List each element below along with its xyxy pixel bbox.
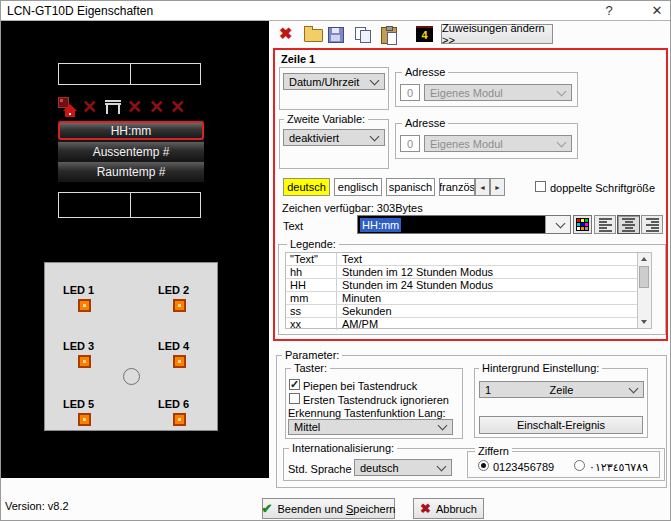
save-and-exit-button[interactable]: ✔ Beenden und Speichern — [262, 498, 395, 519]
text-combobox[interactable]: HH:mm — [357, 215, 571, 234]
save-icon[interactable] — [328, 27, 344, 43]
version-label: Version: v8.2 — [5, 500, 69, 512]
palette-icon — [576, 218, 589, 231]
beep-checkbox[interactable] — [289, 379, 300, 390]
home-icon[interactable] — [63, 104, 77, 118]
cancel-button-label: Abbruch — [436, 503, 477, 515]
variable1-value: Datum/Uhrzeit — [289, 76, 359, 88]
chars-available-label: Zeichen verfügbar: 303Bytes — [282, 202, 423, 214]
check-icon: ✔ — [262, 501, 273, 516]
text-field[interactable]: HH:mm — [358, 216, 545, 233]
std-language-select[interactable]: deutsch — [354, 459, 452, 476]
adresse2-label: Adresse — [402, 118, 448, 129]
adresse2-module-select[interactable]: Eigenes Modul — [424, 135, 572, 152]
cancel-button[interactable]: ✖ Abbruch — [413, 498, 484, 519]
scroll-thumb[interactable] — [639, 266, 649, 288]
long-press-label: Erkennung Tastenfunktion Lang: — [288, 407, 446, 419]
legende-title: Legende: — [287, 239, 339, 250]
ignore-first-checkbox[interactable] — [289, 393, 300, 404]
align-left-icon — [599, 218, 612, 232]
cross-icon[interactable]: ✕ — [82, 98, 97, 117]
preview-line-selected[interactable]: HH:mm — [58, 121, 204, 140]
text-dropdown-button[interactable] — [545, 216, 570, 233]
adresse1-module-select[interactable]: Eigenes Modul — [424, 84, 572, 101]
chevron-down-icon — [556, 218, 566, 228]
scroll-up-button[interactable] — [638, 253, 650, 265]
zweite-variable-label: Zweite Variable: — [284, 114, 368, 125]
taster-title: Taster: — [291, 363, 330, 374]
chevron-down-icon — [370, 131, 380, 141]
scroll-down-button[interactable] — [638, 316, 650, 328]
preview-bottom-buttons — [58, 192, 201, 218]
led-indicator[interactable] — [78, 355, 91, 368]
center-hole — [123, 368, 140, 385]
digits-radio-arabic[interactable] — [574, 460, 585, 471]
digits-latin-label: 0123456789 — [493, 461, 554, 473]
align-right-button[interactable] — [641, 215, 663, 234]
legend-row[interactable]: xxAM/PM — [286, 318, 637, 330]
preview-line[interactable]: Raumtemp # — [58, 162, 204, 181]
cross-icon[interactable]: ✕ — [170, 98, 185, 117]
led-label: LED 5 — [63, 398, 94, 410]
variable2-select[interactable]: deaktiviert — [283, 129, 385, 146]
legend-row[interactable]: hhStunden im 12 Stunden Modus — [286, 266, 637, 279]
ignore-first-label: Ersten Tastendruck ignorieren — [303, 394, 449, 406]
display-page-icon[interactable]: 4 — [416, 26, 433, 42]
lcn-gt10d-properties-dialog: LCN-GT10D Eigenschaften ? ✕ ✕ ✕ ✕ ✕ HH:m… — [0, 0, 671, 521]
tab-franzoesisch[interactable]: französ — [439, 178, 475, 196]
legend-row[interactable]: HHStunden im 24 Stunden Modus — [286, 279, 637, 292]
titlebar: LCN-GT10D Eigenschaften ? ✕ — [1, 1, 670, 21]
led-indicator[interactable] — [78, 299, 91, 312]
beep-label: Piepen bei Tastendruck — [303, 380, 417, 392]
text-color-button[interactable] — [573, 215, 592, 234]
power-on-event-button[interactable]: Einschalt-Ereignis — [479, 416, 643, 434]
led-indicator[interactable] — [173, 355, 186, 368]
digits-radio-latin[interactable] — [478, 460, 489, 471]
legend-scrollbar[interactable] — [637, 253, 651, 328]
tab-englisch[interactable]: englisch — [334, 178, 382, 196]
paste-icon[interactable] — [381, 27, 397, 44]
tab-scroll-left-button[interactable]: ◄ — [475, 178, 490, 196]
cross-icon[interactable]: ✕ — [149, 98, 164, 117]
led-indicator[interactable] — [173, 299, 186, 312]
window-title: LCN-GT10D Eigenschaften — [7, 4, 153, 18]
adresse1-id-field[interactable]: 0 — [400, 84, 420, 101]
display-lines: HH:mm Aussentemp # Raumtemp # — [58, 120, 204, 182]
legend-table: "Text"Text hhStunden im 12 Stunden Modus… — [285, 252, 652, 329]
legend-row[interactable]: ssSekunden — [286, 305, 637, 318]
preview-line[interactable]: Aussentemp # — [58, 142, 204, 161]
led-label: LED 1 — [63, 284, 94, 296]
legend-row[interactable]: "Text"Text — [286, 253, 637, 266]
close-button[interactable]: ✕ — [647, 2, 667, 19]
legend-row[interactable]: mmMinuten — [286, 292, 637, 305]
cancel-x-icon: ✖ — [420, 501, 431, 516]
chevron-down-icon — [437, 461, 447, 471]
text-value-selected: HH:mm — [360, 218, 401, 232]
copy-icon[interactable] — [355, 27, 371, 42]
chevron-down-icon — [557, 137, 567, 147]
led-indicator[interactable] — [78, 413, 91, 426]
align-center-icon — [622, 218, 635, 232]
digits-arabic-label: ٠١٢٣٤٥٦٧٨٩ — [589, 461, 648, 474]
tab-spanisch[interactable]: spanisch — [386, 178, 435, 196]
led-label: LED 4 — [158, 340, 189, 352]
cross-icon[interactable]: ✕ — [127, 98, 142, 117]
table-icon[interactable] — [105, 100, 121, 115]
open-icon[interactable] — [304, 29, 323, 42]
std-language-label: Std. Sprache — [288, 463, 352, 475]
background-select[interactable]: 1 Zeile — [479, 381, 644, 398]
variable1-select[interactable]: Datum/Uhrzeit — [283, 73, 385, 90]
change-assignments-button[interactable]: Zuweisungen ändern >> — [441, 24, 553, 44]
led-indicator[interactable] — [173, 413, 186, 426]
divider — [130, 193, 131, 217]
long-press-select[interactable]: Mittel — [288, 419, 453, 435]
adresse2-id-field[interactable]: 0 — [400, 135, 420, 152]
tab-scroll-right-button[interactable]: ► — [490, 178, 505, 196]
delete-icon[interactable]: ✖ — [279, 26, 292, 42]
help-button[interactable]: ? — [599, 2, 619, 19]
align-left-button[interactable] — [594, 215, 616, 234]
double-size-checkbox[interactable] — [535, 181, 546, 192]
align-center-button[interactable] — [617, 215, 640, 234]
background-text: Zeile — [480, 384, 643, 396]
tab-deutsch[interactable]: deutsch — [283, 178, 330, 196]
